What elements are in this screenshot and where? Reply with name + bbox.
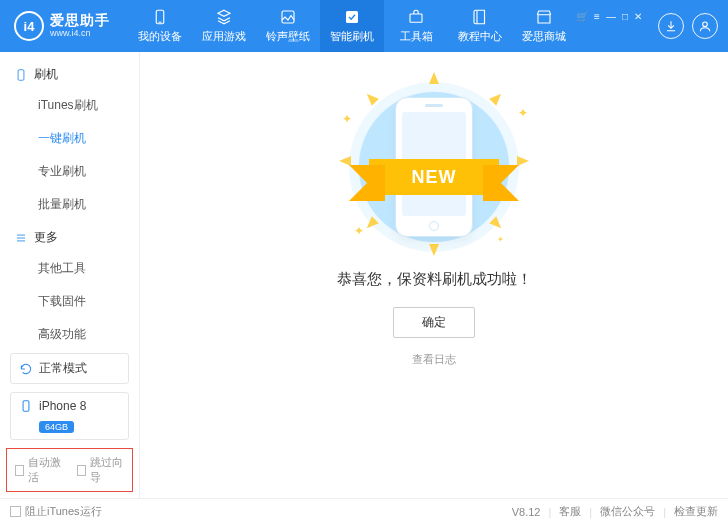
- confirm-button[interactable]: 确定: [393, 307, 475, 338]
- footer-link-update[interactable]: 检查更新: [674, 504, 718, 519]
- checkbox-box-icon: [77, 465, 86, 476]
- flash-icon: [343, 8, 361, 26]
- sidebar-group-label: 更多: [34, 229, 58, 246]
- minimize-icon[interactable]: —: [606, 11, 616, 22]
- checkbox-box-icon: [15, 465, 24, 476]
- nav-tutorials[interactable]: 教程中心: [448, 0, 512, 52]
- window-controls: 🛒 ≡ — □ ✕: [576, 11, 642, 22]
- nav-store[interactable]: 爱思商城: [512, 0, 576, 52]
- book-icon: [471, 8, 489, 26]
- checkbox-label: 跳过向导: [90, 455, 124, 485]
- success-message: 恭喜您，保资料刷机成功啦！: [337, 270, 532, 289]
- menu-icon: [14, 231, 28, 245]
- footer-link-wechat[interactable]: 微信公众号: [600, 504, 655, 519]
- brand-name: 爱思助手: [50, 13, 110, 28]
- toolbox-icon: [407, 8, 425, 26]
- checkbox-label: 阻止iTunes运行: [25, 504, 102, 519]
- nav-label: 铃声壁纸: [266, 29, 310, 44]
- logo-area: i4 爱思助手 www.i4.cn: [0, 11, 128, 41]
- options-row: 自动激活 跳过向导: [6, 448, 133, 492]
- checkbox-label: 自动激活: [28, 455, 62, 485]
- svg-rect-4: [410, 14, 422, 22]
- device-name: iPhone 8: [39, 399, 86, 413]
- svg-point-6: [703, 22, 708, 27]
- nav-label: 教程中心: [458, 29, 502, 44]
- download-button[interactable]: [658, 13, 684, 39]
- footer-link-support[interactable]: 客服: [559, 504, 581, 519]
- checkbox-box-icon: [10, 506, 21, 517]
- wallpaper-icon: [279, 8, 297, 26]
- refresh-icon: [19, 362, 33, 376]
- svg-rect-11: [23, 401, 29, 412]
- close-icon[interactable]: ✕: [634, 11, 642, 22]
- top-nav: 我的设备 应用游戏 铃声壁纸 智能刷机 工具箱 教程中心: [128, 0, 576, 52]
- apps-icon: [215, 8, 233, 26]
- phone-icon: [151, 8, 169, 26]
- checkbox-auto-activate[interactable]: 自动激活: [15, 455, 63, 485]
- main-content: NEW ✦ ✦ ✦ ✦ 恭喜您，保资料刷机成功啦！ 确定 查看日志: [140, 52, 728, 498]
- phone-icon: [19, 399, 33, 413]
- user-button[interactable]: [692, 13, 718, 39]
- sidebar-group-more: 更多: [0, 221, 139, 252]
- sidebar-item-pro-flash[interactable]: 专业刷机: [0, 155, 139, 188]
- nav-label: 爱思商城: [522, 29, 566, 44]
- ribbon-text: NEW: [369, 159, 499, 195]
- sidebar-item-batch-flash[interactable]: 批量刷机: [0, 188, 139, 221]
- checkbox-skip-guide[interactable]: 跳过向导: [77, 455, 125, 485]
- maximize-icon[interactable]: □: [622, 11, 628, 22]
- device-icon: [14, 68, 28, 82]
- logo-icon: i4: [14, 11, 44, 41]
- mode-indicator[interactable]: 正常模式: [10, 353, 129, 384]
- status-bar: 阻止iTunes运行 V8.12 | 客服 | 微信公众号 | 检查更新: [0, 498, 728, 524]
- sidebar-item-advanced[interactable]: 高级功能: [0, 318, 139, 351]
- nav-label: 工具箱: [400, 29, 433, 44]
- version-label: V8.12: [512, 506, 541, 518]
- sidebar-item-other-tools[interactable]: 其他工具: [0, 252, 139, 285]
- sidebar: 刷机 iTunes刷机 一键刷机 专业刷机 批量刷机 更多 其他工具 下载固件 …: [0, 52, 140, 498]
- nav-label: 智能刷机: [330, 29, 374, 44]
- app-header: i4 爱思助手 www.i4.cn 我的设备 应用游戏 铃声壁纸 智能刷机: [0, 0, 728, 52]
- store-icon: [535, 8, 553, 26]
- nav-apps[interactable]: 应用游戏: [192, 0, 256, 52]
- sidebar-group-label: 刷机: [34, 66, 58, 83]
- nav-flash[interactable]: 智能刷机: [320, 0, 384, 52]
- device-capacity: 64GB: [39, 421, 74, 433]
- checkbox-block-itunes[interactable]: 阻止iTunes运行: [10, 504, 102, 519]
- view-log-link[interactable]: 查看日志: [412, 352, 456, 367]
- svg-rect-3: [346, 11, 358, 23]
- svg-rect-7: [18, 69, 24, 80]
- brand-url: www.i4.cn: [50, 29, 110, 39]
- sidebar-item-itunes-flash[interactable]: iTunes刷机: [0, 89, 139, 122]
- nav-ringtones[interactable]: 铃声壁纸: [256, 0, 320, 52]
- sidebar-item-oneclick-flash[interactable]: 一键刷机: [0, 122, 139, 155]
- nav-toolbox[interactable]: 工具箱: [384, 0, 448, 52]
- sidebar-group-flash: 刷机: [0, 58, 139, 89]
- nav-my-device[interactable]: 我的设备: [128, 0, 192, 52]
- mode-label: 正常模式: [39, 360, 87, 377]
- sidebar-item-download-firmware[interactable]: 下载固件: [0, 285, 139, 318]
- nav-label: 应用游戏: [202, 29, 246, 44]
- nav-label: 我的设备: [138, 29, 182, 44]
- header-controls: 🛒 ≡ — □ ✕: [576, 13, 728, 39]
- device-indicator[interactable]: iPhone 8 64GB: [10, 392, 129, 440]
- tray-cart-icon[interactable]: 🛒: [576, 11, 588, 22]
- tray-menu-icon[interactable]: ≡: [594, 11, 600, 22]
- success-illustration: NEW ✦ ✦ ✦ ✦: [334, 82, 534, 252]
